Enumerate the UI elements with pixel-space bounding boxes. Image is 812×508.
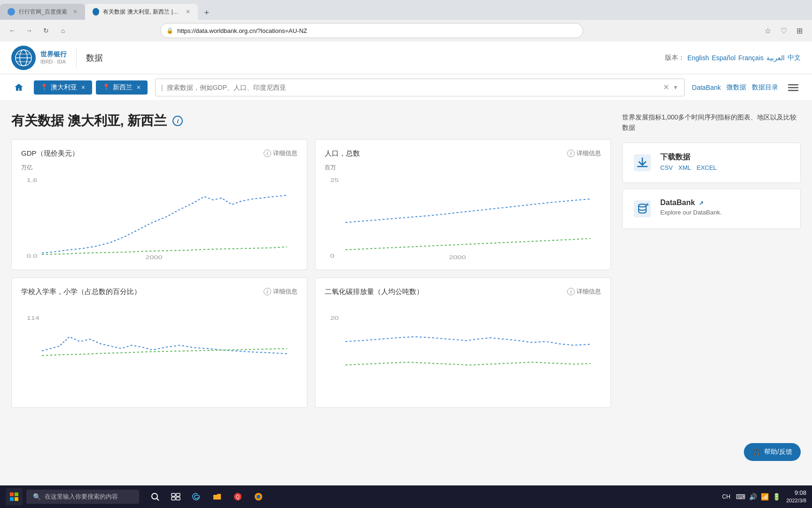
search-cursor: |	[161, 84, 163, 91]
sidebar-icon[interactable]: ⊞	[793, 24, 806, 37]
tab-favicon-worldbank	[93, 8, 100, 16]
page-title-row: 有关数据 澳大利亚, 新西兰 i	[11, 112, 611, 130]
browser-action-icons: ☆ ♡ ⊞	[761, 24, 806, 37]
taskbar-search-label: 在这里输入你要搜索的内容	[45, 492, 118, 501]
back-button[interactable]: ←	[6, 24, 19, 37]
tag-label-nz: 新西兰	[113, 83, 133, 92]
site-header: 世界银行 IBRD · IDA 数据 版本： English Español F…	[0, 41, 812, 74]
taskbar-search-app[interactable]	[147, 488, 164, 505]
databank-ext-icon: ↗	[699, 200, 703, 206]
tag-label-au: 澳大利亚	[51, 83, 77, 92]
search-dropdown-button[interactable]: ▼	[673, 84, 679, 91]
help-feedback-button[interactable]: 🎧 帮助/反馈	[744, 443, 801, 461]
tag-close-au[interactable]: ✕	[81, 84, 86, 91]
detail-link-co2[interactable]: i 详细信息	[567, 287, 601, 296]
svg-text:20: 20	[330, 315, 339, 321]
nav-tag-australia[interactable]: 📍 澳大利亚 ✕	[34, 80, 92, 95]
chart-card-co2: 二氧化碳排放量（人均公吨数） i 详细信息 20	[315, 278, 611, 408]
help-icon: 🎧	[752, 448, 760, 456]
start-button[interactable]	[6, 488, 23, 505]
detail-label-gdp: 详细信息	[273, 149, 297, 158]
chart-unit-population: 百万	[325, 164, 601, 172]
bookmark-icon[interactable]: ☆	[761, 24, 774, 37]
sidebar-card-databank: DataBank ↗ Explore our DataBank.	[622, 189, 801, 229]
detail-link-population[interactable]: i 详细信息	[567, 149, 601, 158]
detail-link-gdp[interactable]: i 详细信息	[264, 149, 297, 158]
reload-button[interactable]: ↻	[39, 24, 53, 37]
new-tab-button[interactable]: +	[200, 6, 214, 20]
lang-francais[interactable]: Français	[738, 54, 764, 62]
tag-close-nz[interactable]: ✕	[136, 84, 141, 91]
page-info-icon[interactable]: i	[172, 116, 183, 126]
wb-title-text: 世界银行 IBRD · IDA	[40, 50, 67, 65]
wb-logo[interactable]: 世界银行 IBRD · IDA	[11, 46, 67, 70]
detail-info-icon-school: i	[264, 288, 271, 295]
taskbar: 🔍 在这里输入你要搜索的内容 Q CH ⌨ 🔊 📶 🔋 9:	[0, 485, 812, 508]
lang-chinese[interactable]: 中文	[788, 54, 801, 62]
chart-area-school: 114	[21, 313, 297, 398]
search-box[interactable]: | ✕ ▼	[155, 79, 685, 96]
data-nav-label[interactable]: 数据	[86, 52, 103, 64]
header-lang-area: 版本： English Español Français العربية 中文	[665, 54, 801, 62]
databank-card-title[interactable]: DataBank ↗	[660, 198, 791, 207]
svg-line-27	[156, 498, 159, 500]
nav-right-area: DataBank 微数据 数据目录	[692, 80, 801, 95]
battery-icon: 🔋	[773, 493, 781, 500]
svg-text:1.6: 1.6	[27, 177, 38, 183]
lock-icon: 🔒	[166, 27, 173, 34]
tab-search[interactable]: 行行官网_百度搜索 ✕	[0, 4, 85, 20]
help-label: 帮助/反馈	[764, 448, 792, 456]
tab-close-search[interactable]: ✕	[73, 8, 78, 15]
tab-label-worldbank: 有关数据 澳大利亚, 新西兰 | Da...	[103, 8, 180, 16]
nav-tag-newzealand[interactable]: 📍 新西兰 ✕	[96, 80, 148, 95]
charts-grid: GDP（现价美元） i 详细信息 万亿 1.6 0.0 2000	[11, 139, 611, 408]
download-excel[interactable]: EXCEL	[696, 164, 717, 171]
lang-english[interactable]: English	[687, 54, 709, 62]
svg-rect-23	[15, 492, 18, 496]
tab-worldbank[interactable]: 有关数据 澳大利亚, 新西兰 | Da... ✕	[85, 4, 198, 20]
nav-home-icon[interactable]	[11, 80, 26, 95]
taskbar-firefox-icon[interactable]	[250, 488, 267, 505]
nav-link-microdata[interactable]: 微数据	[726, 83, 746, 92]
svg-text:0: 0	[330, 253, 335, 259]
detail-link-school[interactable]: i 详细信息	[264, 287, 297, 296]
taskbar-search-box[interactable]: 🔍 在这里输入你要搜索的内容	[26, 490, 139, 504]
download-csv[interactable]: CSV	[660, 164, 673, 171]
lang-arabic[interactable]: العربية	[766, 54, 785, 62]
collections-icon[interactable]: ♡	[777, 24, 790, 37]
detail-label-school: 详细信息	[273, 287, 297, 296]
chart-header-co2: 二氧化碳排放量（人均公吨数） i 详细信息	[325, 287, 601, 296]
search-clear-button[interactable]: ✕	[663, 83, 669, 92]
taskbar-date: 2022/3/8	[786, 497, 806, 504]
taskbar-folder-icon[interactable]	[209, 488, 226, 505]
svg-point-35	[257, 495, 260, 499]
home-button[interactable]: ⌂	[56, 24, 70, 37]
download-card-title: 下载数据	[660, 152, 791, 162]
taskbar-app-icons: Q	[147, 488, 267, 505]
detail-label-co2: 详细信息	[577, 287, 601, 296]
tab-close-worldbank[interactable]: ✕	[186, 8, 190, 15]
chart-area-gdp: 1.6 0.0 2000	[21, 175, 297, 260]
address-bar[interactable]: 🔒 https://data.worldbank.org.cn/?locatio…	[160, 23, 583, 38]
address-bar-row: ← → ↻ ⌂ 🔒 https://data.worldbank.org.cn/…	[0, 20, 812, 41]
lang-espanol[interactable]: Español	[712, 54, 736, 62]
forward-button[interactable]: →	[23, 24, 36, 37]
chart-unit-co2	[325, 302, 601, 310]
chart-unit-gdp: 万亿	[21, 164, 297, 172]
detail-info-icon-population: i	[567, 150, 575, 157]
svg-rect-28	[172, 493, 175, 496]
download-xml[interactable]: XML	[679, 164, 691, 171]
search-input[interactable]	[167, 84, 659, 91]
nav-links: DataBank 微数据 数据目录	[692, 83, 778, 92]
svg-text:114: 114	[27, 315, 39, 321]
nav-link-catalog[interactable]: 数据目录	[752, 83, 778, 92]
nav-link-databank[interactable]: DataBank	[692, 84, 721, 91]
browser-chrome: 行行官网_百度搜索 ✕ 有关数据 澳大利亚, 新西兰 | Da... ✕ + ←…	[0, 0, 812, 41]
svg-text:Q: Q	[236, 494, 240, 500]
taskbar-task-view[interactable]	[167, 488, 184, 505]
taskbar-app4-icon[interactable]: Q	[229, 488, 246, 505]
download-links: CSV XML EXCEL	[660, 164, 791, 171]
keyboard-icon: ⌨	[736, 493, 745, 500]
taskbar-edge-icon[interactable]	[188, 488, 205, 505]
hamburger-menu-button[interactable]	[786, 80, 801, 95]
